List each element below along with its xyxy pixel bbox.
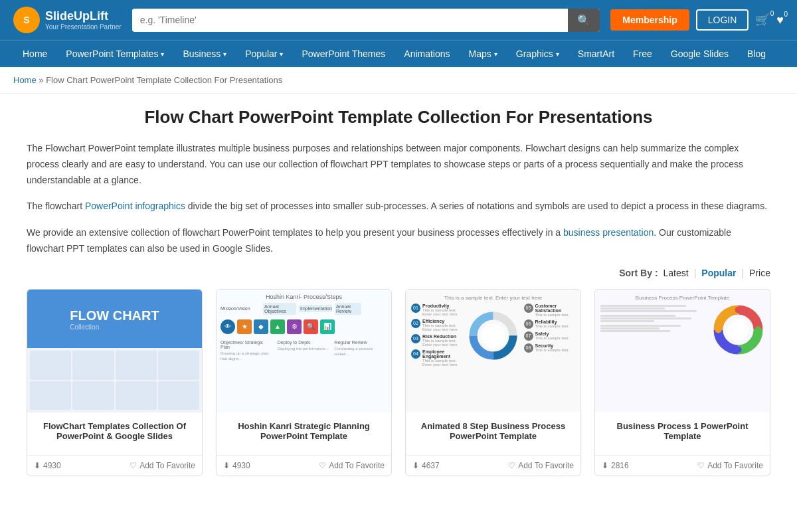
logo-brand: SlideUpLift — [45, 9, 122, 23]
card-title: Hoshin Kanri Strategic Planning PowerPoi… — [223, 419, 385, 443]
breadcrumb-current: Flow Chart PowerPoint Template Collectio… — [46, 75, 282, 85]
download-number: 4637 — [422, 461, 440, 470]
chevron-down-icon: ▾ — [494, 50, 497, 58]
logo-area[interactable]: S SlideUpLift Your Presentation Partner — [13, 7, 122, 33]
nav-smartart[interactable]: SmartArt — [569, 41, 624, 67]
step-content: Customer Satisfaction This is sample tex… — [535, 304, 576, 317]
heart-icon: ♡ — [508, 461, 515, 470]
step-num: 03 — [411, 334, 420, 343]
desc3-pre: We provide an extensive collection of fl… — [27, 227, 563, 238]
wishlist-icon[interactable]: ♥0 — [776, 13, 784, 27]
sort-latest[interactable]: Latest — [664, 268, 689, 278]
favorite-label: Add To Favorite — [329, 461, 385, 470]
description-3: We provide an extensive collection of fl… — [27, 225, 770, 257]
step-title: Efficiency — [422, 319, 463, 323]
sort-popular[interactable]: Popular — [701, 268, 736, 278]
nav-google-slides[interactable]: Google Slides — [662, 41, 738, 67]
membership-button[interactable]: Membership — [610, 9, 689, 31]
nav-maps[interactable]: Maps ▾ — [460, 41, 507, 67]
nav-business[interactable]: Business ▾ — [173, 41, 236, 67]
breadcrumb-home[interactable]: Home — [13, 75, 37, 85]
step-2: 02 Efficiency This is sample text. Enter… — [411, 319, 463, 331]
step-title: Security — [535, 343, 569, 348]
business-content — [600, 305, 764, 355]
header: S SlideUpLift Your Presentation Partner … — [0, 0, 797, 40]
step-content: Productivity This is sample text. Enter … — [422, 304, 463, 316]
hoshin-icon-3: ◆ — [254, 319, 268, 334]
product-card: This is a sample text. Enter your text h… — [405, 289, 581, 476]
hoshin-strategic-label: Objectives/ Strategic Plan — [221, 340, 274, 349]
product-grid: FLOW CHART Collection — [27, 289, 770, 476]
add-to-favorite-button[interactable]: ♡ Add To Favorite — [319, 461, 385, 470]
step-6: 06 Reliability This is sample text. — [524, 319, 576, 329]
product-thumbnail[interactable]: FLOW CHART Collection — [27, 290, 202, 412]
step-7: 07 Safety This is sample text. — [524, 331, 576, 341]
powerpoint-infographics-link[interactable]: PowerPoint infographics — [85, 201, 185, 211]
biz-line — [600, 325, 681, 327]
card-body: Animated 8 Step Business Process PowerPo… — [406, 412, 580, 455]
breadcrumb: Home » Flow Chart PowerPoint Template Co… — [0, 67, 797, 94]
nav-home[interactable]: Home — [13, 41, 56, 67]
step-desc: This is sample text. — [535, 348, 569, 352]
product-thumbnail[interactable]: Business Process PowerPoint Template — [595, 290, 770, 412]
business-wheel-svg — [713, 305, 763, 355]
login-button[interactable]: LOGIN — [696, 9, 749, 31]
download-number: 4930 — [232, 461, 250, 470]
hoshin-label: Hoshin Kanri- Process/Steps — [221, 294, 387, 300]
download-count: ⬇ 2816 — [602, 461, 629, 470]
nav-graphics[interactable]: Graphics ▾ — [507, 41, 569, 67]
flowchart-top: FLOW CHART Collection — [27, 290, 202, 349]
cart-icon[interactable]: 🛒0 — [755, 13, 770, 27]
description-1: The Flowchart PowerPoint template illust… — [27, 141, 770, 188]
add-to-favorite-button[interactable]: ♡ Add To Favorite — [130, 461, 195, 470]
hoshin-icon-1: 👁 — [221, 319, 235, 334]
hoshin-icon-2: ★ — [237, 319, 252, 334]
nav-blog[interactable]: Blog — [738, 41, 775, 67]
animated-preview: This is a sample text. Enter your text h… — [406, 290, 580, 412]
search-button[interactable]: 🔍 — [568, 9, 600, 32]
step-title: Productivity — [422, 304, 463, 308]
nav-animations[interactable]: Animations — [395, 41, 459, 67]
biz-block-3 — [600, 325, 707, 332]
animated-title: This is a sample text. Enter your text h… — [411, 295, 575, 301]
download-number: 2816 — [611, 461, 629, 470]
step-desc: This is sample text. Enter your text her… — [422, 323, 463, 331]
svg-point-6 — [482, 324, 505, 348]
step-row: 01 Productivity This is sample text. Ent… — [411, 304, 463, 367]
step-title: Employee Engagement — [422, 349, 463, 359]
business-title: Business Process PowerPoint Template — [600, 295, 764, 301]
biz-block-2 — [600, 315, 707, 322]
step-num: 02 — [411, 319, 420, 328]
animated-content: 01 Productivity This is sample text. Ent… — [411, 304, 575, 369]
fc-cell — [72, 351, 114, 379]
nav-powerpoint-themes[interactable]: PowerPoint Themes — [292, 41, 395, 67]
nav-popular[interactable]: Popular ▾ — [236, 41, 292, 67]
nav-free[interactable]: Free — [624, 41, 662, 67]
step-content: Reliability This is sample text. — [535, 319, 569, 328]
card-title: Business Process 1 PowerPoint Template — [602, 419, 763, 443]
add-to-favorite-button[interactable]: ♡ Add To Favorite — [508, 461, 574, 470]
hoshin-icon-7: 📊 — [320, 319, 335, 334]
svg-point-7 — [727, 319, 749, 340]
biz-line — [600, 315, 675, 317]
step-desc: This is sample text. — [535, 336, 569, 340]
nav-powerpoint-templates[interactable]: PowerPoint Templates ▾ — [56, 41, 173, 67]
fc-sub: Collection — [70, 323, 159, 331]
download-icon: ⬇ — [34, 461, 41, 470]
product-thumbnail[interactable]: Hoshin Kanri- Process/Steps Mission/Visi… — [217, 290, 391, 412]
sort-divider-2: | — [741, 268, 744, 278]
business-presentation-link[interactable]: business presentation — [563, 227, 654, 238]
sort-price[interactable]: Price — [749, 268, 770, 278]
animated-wheel — [467, 304, 520, 369]
flowchart-preview: FLOW CHART Collection — [27, 290, 202, 412]
product-card: FLOW CHART Collection — [27, 289, 203, 476]
svg-text:S: S — [23, 15, 29, 25]
heart-icon: ♡ — [130, 461, 137, 470]
step-title: Risk Reduction — [422, 334, 463, 339]
step-1: 01 Productivity This is sample text. Ent… — [411, 304, 463, 316]
search-input[interactable] — [132, 9, 569, 31]
product-thumbnail[interactable]: This is a sample text. Enter your text h… — [406, 290, 580, 412]
step-num: 05 — [524, 304, 533, 313]
main-nav: Home PowerPoint Templates ▾ Business ▾ P… — [0, 40, 797, 67]
add-to-favorite-button[interactable]: ♡ Add To Favorite — [697, 461, 763, 470]
